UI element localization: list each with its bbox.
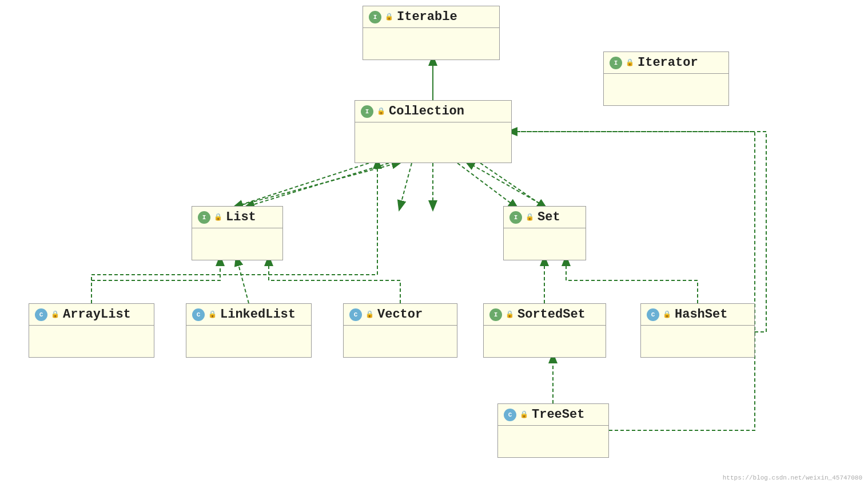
sortedset-icon: I	[489, 308, 502, 321]
arraylist-body	[29, 326, 154, 357]
sortedset-label: SortedSet	[517, 307, 586, 322]
hashset-body	[641, 326, 754, 357]
svg-line-13	[480, 163, 543, 206]
hashset-icon: C	[647, 308, 659, 321]
list-header: I 🔒 List	[192, 207, 282, 228]
vector-icon: C	[349, 308, 362, 321]
set-label: Set	[537, 210, 560, 224]
list-body	[192, 228, 282, 260]
arraylist-box: C 🔒 ArrayList	[29, 303, 154, 358]
iterator-icon: I	[610, 57, 622, 69]
svg-line-3	[237, 163, 397, 206]
linkedlist-label: LinkedList	[220, 307, 296, 322]
set-lock-icon: 🔒	[525, 213, 534, 221]
linkedlist-body	[186, 326, 311, 357]
iterable-body	[363, 28, 499, 60]
hashset-box: C 🔒 HashSet	[640, 303, 755, 358]
iterable-lock-icon: 🔒	[385, 13, 393, 21]
arrows-svg	[0, 0, 868, 487]
treeset-icon: C	[504, 409, 516, 421]
iterator-label: Iterator	[638, 56, 698, 70]
sortedset-body	[484, 326, 606, 357]
arraylist-label: ArrayList	[63, 307, 131, 322]
iterable-header: I 🔒 Iterable	[363, 6, 499, 28]
svg-line-8	[237, 163, 369, 206]
hashset-header: C 🔒 HashSet	[641, 304, 754, 326]
collection-lock-icon: 🔒	[377, 107, 385, 116]
iterator-box: I 🔒 Iterator	[603, 52, 729, 106]
collection-header: I 🔒 Collection	[355, 101, 511, 122]
collection-box: I 🔒 Collection	[355, 100, 512, 163]
sortedset-header: I 🔒 SortedSet	[484, 304, 606, 326]
diagram-container: I 🔒 Iterable I 🔒 Iterator I 🔒 Collection…	[0, 0, 868, 487]
linkedlist-lock-icon: 🔒	[208, 310, 217, 319]
iterator-body	[604, 74, 728, 105]
list-box: I 🔒 List	[192, 206, 283, 260]
vector-box: C 🔒 Vector	[343, 303, 457, 358]
sortedset-lock-icon: 🔒	[505, 310, 514, 319]
set-header: I 🔒 Set	[504, 207, 586, 228]
vector-header: C 🔒 Vector	[344, 304, 457, 326]
svg-line-10	[400, 163, 412, 206]
linkedlist-icon: C	[192, 308, 205, 321]
linkedlist-header: C 🔒 LinkedList	[186, 304, 311, 326]
watermark: https://blog.csdn.net/weixin_45747080	[723, 474, 862, 481]
iterable-label: Iterable	[397, 10, 457, 24]
svg-line-9	[249, 163, 389, 206]
treeset-label: TreeSet	[532, 407, 584, 422]
set-body	[504, 228, 586, 260]
treeset-body	[498, 426, 608, 457]
list-label: List	[226, 210, 256, 224]
arraylist-lock-icon: 🔒	[51, 310, 59, 319]
vector-body	[344, 326, 457, 357]
treeset-box: C 🔒 TreeSet	[497, 403, 609, 458]
iterator-lock-icon: 🔒	[626, 58, 634, 67]
arraylist-header: C 🔒 ArrayList	[29, 304, 154, 326]
arraylist-icon: C	[35, 308, 47, 321]
set-icon: I	[509, 211, 522, 224]
iterator-header: I 🔒 Iterator	[604, 52, 728, 74]
hashset-lock-icon: 🔒	[663, 310, 671, 319]
collection-label: Collection	[389, 104, 464, 118]
treeset-lock-icon: 🔒	[520, 410, 528, 419]
iterable-icon: I	[369, 11, 381, 23]
vector-lock-icon: 🔒	[365, 310, 374, 319]
linkedlist-box: C 🔒 LinkedList	[186, 303, 312, 358]
svg-line-5	[237, 260, 249, 303]
collection-icon: I	[361, 105, 373, 118]
svg-line-4	[469, 163, 544, 206]
treeset-header: C 🔒 TreeSet	[498, 404, 608, 426]
iterable-box: I 🔒 Iterable	[363, 6, 500, 60]
list-lock-icon: 🔒	[214, 213, 222, 221]
list-icon: I	[198, 211, 210, 224]
vector-label: Vector	[377, 307, 423, 322]
svg-line-12	[457, 163, 515, 206]
hashset-label: HashSet	[675, 307, 727, 322]
set-box: I 🔒 Set	[503, 206, 586, 260]
collection-body	[355, 122, 511, 163]
sortedset-box: I 🔒 SortedSet	[483, 303, 606, 358]
